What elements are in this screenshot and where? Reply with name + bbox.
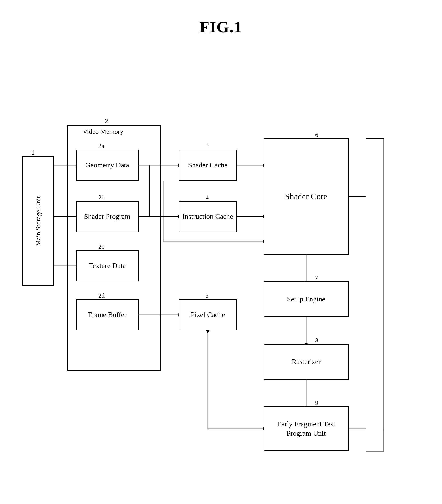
label-2b: 2b (98, 194, 105, 201)
main-storage-label: Main Storage Unit (34, 196, 42, 246)
label-2a: 2a (98, 142, 104, 150)
texture-data-label: Texture Data (89, 261, 126, 270)
setup-engine-label: Setup Engine (287, 295, 325, 304)
label-1: 1 (31, 149, 35, 156)
label-2c: 2c (98, 243, 104, 250)
video-memory-label: Video Memory (83, 128, 123, 135)
geometry-data-label: Geometry Data (85, 160, 129, 170)
label-2d: 2d (98, 292, 105, 299)
label-7: 7 (315, 274, 318, 281)
instruction-cache-label: Instruction Cache (183, 212, 233, 221)
label-8: 8 (315, 337, 318, 344)
shader-program-label: Shader Program (84, 212, 130, 221)
frame-buffer-label: Frame Buffer (88, 310, 127, 320)
main-storage-box: Main Storage Unit (22, 156, 54, 286)
label-3: 3 (205, 142, 209, 150)
early-fragment-box: Early Fragment Test Program Unit (264, 406, 349, 451)
label-4: 4 (205, 194, 209, 201)
shader-cache-label: Shader Cache (188, 160, 228, 170)
label-6: 6 (315, 131, 318, 139)
texture-data-box: Texture Data (76, 250, 139, 281)
pixel-cache-box: Pixel Cache (179, 299, 237, 330)
label-2: 2 (105, 118, 108, 125)
geometry-data-box: Geometry Data (76, 150, 139, 181)
shader-program-box: Shader Program (76, 201, 139, 232)
page-title: FIG.1 (0, 0, 442, 36)
rasterizer-label: Rasterizer (292, 357, 321, 366)
rasterizer-box: Rasterizer (264, 344, 349, 380)
frame-buffer-box: Frame Buffer (76, 299, 139, 330)
diagram: Main Storage Unit 1 Video Memory 2 Geome… (18, 63, 424, 487)
label-5: 5 (205, 292, 209, 299)
early-fragment-label: Early Fragment Test Program Unit (264, 419, 348, 438)
setup-engine-box: Setup Engine (264, 281, 349, 317)
shader-cache-box: Shader Cache (179, 150, 237, 181)
svg-marker-32 (206, 330, 209, 334)
shader-core-box: Shader Core (264, 139, 349, 255)
instruction-cache-box: Instruction Cache (179, 201, 237, 232)
pixel-cache-label: Pixel Cache (191, 310, 225, 320)
label-9: 9 (315, 399, 318, 406)
shader-core-label: Shader Core (285, 191, 327, 202)
